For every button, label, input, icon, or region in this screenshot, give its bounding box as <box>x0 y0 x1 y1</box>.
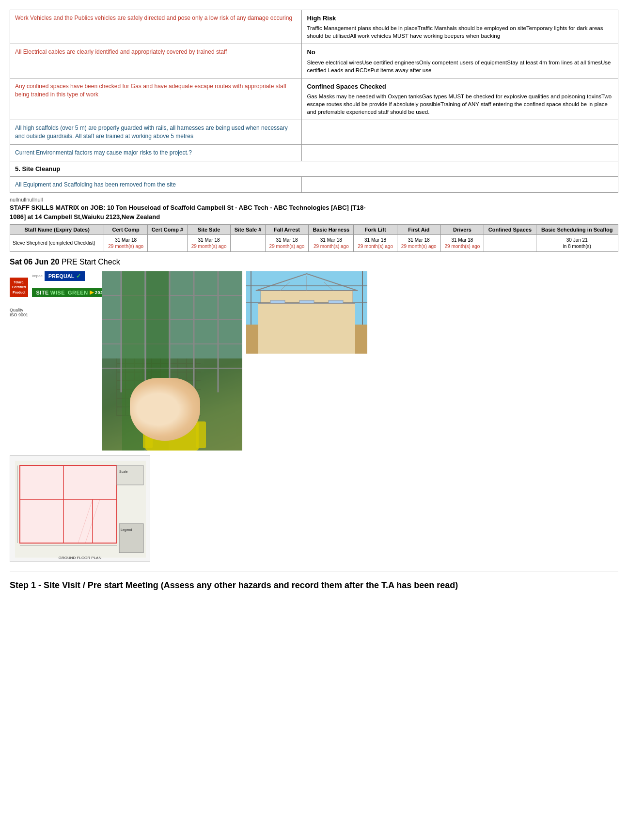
col-drivers: Drivers <box>440 224 484 234</box>
svg-rect-34 <box>20 466 117 543</box>
svg-rect-15 <box>145 421 199 451</box>
svg-rect-11 <box>122 271 144 451</box>
col-cert-comp: Cert Comp <box>104 224 148 234</box>
svg-rect-29 <box>270 300 285 312</box>
site-images <box>102 271 618 451</box>
svg-text:Scale: Scale <box>119 470 128 473</box>
col-fall-arrest: Fall Arrest <box>265 224 309 234</box>
house-construction-image <box>246 271 367 354</box>
section-5-heading: 5. Site Cleanup <box>10 161 618 176</box>
staff-skills-table: Staff Name (Expiry Dates) Cert Comp Cert… <box>10 224 618 252</box>
risk-right-1: High Risk Traffic Management plans shoul… <box>302 10 618 44</box>
prequal-text: PREQUAL <box>48 273 75 279</box>
col-cert-comp-num: Cert Comp # <box>148 224 188 234</box>
quality-text: Quality ISO 9001 <box>10 308 97 317</box>
fall-arrest-cell: 31 Mar 1829 month(s) ago <box>265 234 309 251</box>
confined-spaces-cell <box>484 234 536 251</box>
table-row: Any confined spaces have been checked fo… <box>10 78 618 120</box>
table-row: All Electrical cables are clearly identi… <box>10 44 618 78</box>
first-aid-cell: 31 Mar 1829 month(s) ago <box>397 234 440 251</box>
risk-left-1: Work Vehicles and the Publics vehicles a… <box>10 10 302 44</box>
table-row: Work Vehicles and the Publics vehicles a… <box>10 10 618 44</box>
table-row: All high scaffolds (over 5 m) are proper… <box>10 120 618 145</box>
pre-start-check-heading: Sat 06 Jun 20 PRE Start Check <box>10 258 618 266</box>
staff-name-cell: Steve Shepherd (completed Checklist) <box>10 234 104 251</box>
staff-matrix-title: STAFF SKILLS MATRIX on JOB: 10 Ton House… <box>10 203 618 221</box>
prequal-check-icon: ✓ <box>76 273 81 280</box>
wise-text: WISE <box>50 290 65 296</box>
col-fork-lift: Fork Lift <box>354 224 397 234</box>
fork-lift-cell: 31 Mar 1829 month(s) ago <box>354 234 397 251</box>
sitewise-text: SITE <box>36 290 48 296</box>
house-svg <box>246 271 367 354</box>
site-cleanup-right <box>302 176 618 193</box>
table-row: Current Environmental factors may cause … <box>10 144 618 161</box>
cert-comp-cell: 31 Mar 1829 month(s) ago <box>104 234 148 251</box>
risk-table: Work Vehicles and the Publics vehicles a… <box>10 10 618 193</box>
col-site-safe: Site Safe <box>187 224 231 234</box>
floor-plan-area: Scale Legend GROUND FLOOR PLAN <box>10 455 618 562</box>
risk-left-3: Any confined spaces have been checked fo… <box>10 78 302 120</box>
col-site-safe-num: Site Safe # <box>231 224 265 234</box>
drivers-cell: 31 Mar 1829 month(s) ago <box>440 234 484 251</box>
col-basic-harness: Basic Harness <box>309 224 354 234</box>
floor-plan-image: Scale Legend GROUND FLOOR PLAN <box>10 455 150 562</box>
floor-plan-inner: Scale Legend <box>15 461 145 552</box>
svg-rect-17 <box>196 421 206 448</box>
svg-point-13 <box>155 388 189 407</box>
top-badges: Telarc. Certified Product impac PREQUAL … <box>10 271 97 303</box>
scheduling-cell: 30 Jan 21in 8 month(s) <box>536 234 618 251</box>
col-confined-spaces: Confined Spaces <box>484 224 536 234</box>
staff-table-header-row: Staff Name (Expiry Dates) Cert Comp Cert… <box>10 224 618 234</box>
section-5-heading-row: 5. Site Cleanup <box>10 161 618 176</box>
risk-right-3: Confined Spaces Checked Gas Masks may be… <box>302 78 618 120</box>
col-first-aid: First Aid <box>397 224 440 234</box>
cert-comp-num-cell <box>148 234 188 251</box>
site-safe-num-cell <box>231 234 265 251</box>
staff-matrix-section: STAFF SKILLS MATRIX on JOB: 10 Ton House… <box>10 203 618 251</box>
house-image-container <box>246 271 367 451</box>
svg-rect-19 <box>246 325 367 354</box>
svg-rect-42 <box>117 466 143 485</box>
risk-right-2: No Sleeve electrical wiresUse certified … <box>302 44 618 78</box>
table-row: All Equipment and Scaffolding has been r… <box>10 176 618 193</box>
svg-rect-32 <box>246 325 367 354</box>
svg-rect-12 <box>146 271 169 451</box>
prequal-logo: PREQUAL ✓ <box>45 271 85 281</box>
sitewise-arrow-icon: ▶ <box>90 289 94 296</box>
step-1-heading: Step 1 - Site Visit / Pre start Meeting … <box>10 572 618 591</box>
green-text: GREEN <box>68 290 88 296</box>
basic-harness-cell: 31 Mar 1829 month(s) ago <box>309 234 354 251</box>
risk-right-5 <box>302 144 618 161</box>
col-staff-name: Staff Name (Expiry Dates) <box>10 224 104 234</box>
svg-rect-30 <box>299 300 314 312</box>
svg-rect-16 <box>143 421 153 448</box>
logos-block: Telarc. Certified Product impac PREQUAL … <box>10 271 97 317</box>
risk-left-2: All Electrical cables are clearly identi… <box>10 44 302 78</box>
floor-plan-label: GROUND FLOOR PLAN <box>59 556 101 560</box>
impac-label: impac <box>32 274 42 278</box>
site-cleanup-item: All Equipment and Scaffolding has been r… <box>10 176 302 193</box>
svg-point-14 <box>158 394 186 425</box>
scaffold-selfie-image <box>102 271 242 451</box>
svg-rect-31 <box>329 300 343 312</box>
risk-left-4: All high scaffolds (over 5 m) are proper… <box>10 120 302 145</box>
telarc-logo: Telarc. Certified Product <box>10 278 28 297</box>
risk-right-4 <box>302 120 618 145</box>
site-safe-cell: 31 Mar 1829 month(s) ago <box>187 234 231 251</box>
svg-text:Legend: Legend <box>121 528 132 532</box>
risk-left-5: Current Environmental factors may cause … <box>10 144 302 161</box>
staff-table-row: Steve Shepherd (completed Checklist) 31 … <box>10 234 618 251</box>
logos-and-images-section: Telarc. Certified Product impac PREQUAL … <box>10 271 618 451</box>
svg-rect-20 <box>261 291 353 329</box>
scaffold-svg <box>102 271 242 451</box>
null-row: nullnullnullnull <box>10 197 618 202</box>
col-scheduling: Basic Scheduling in Scaflog <box>536 224 618 234</box>
floor-plan-svg: Scale Legend <box>15 461 146 558</box>
